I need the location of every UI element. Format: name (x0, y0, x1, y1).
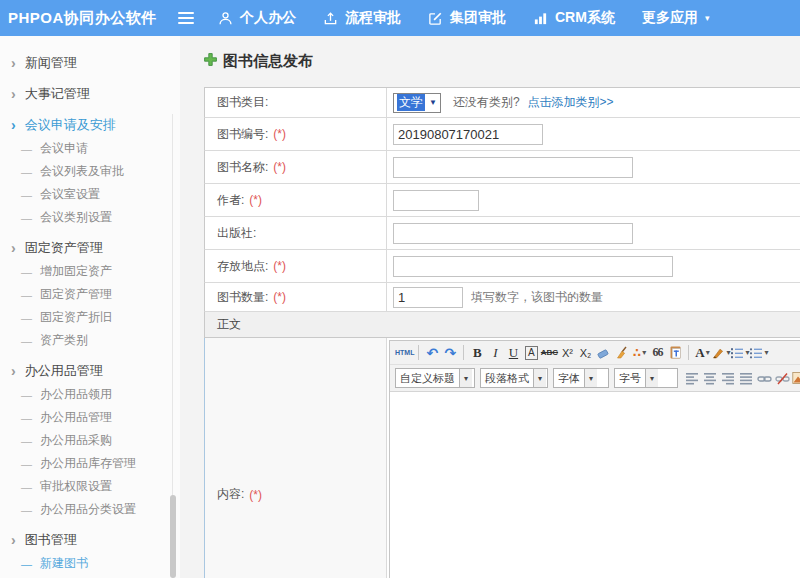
sidebar-item-asset-category[interactable]: — 资产类别 (0, 329, 180, 352)
format-painter-icon[interactable]: ∴▾ (630, 343, 648, 362)
publisher-input[interactable] (393, 223, 633, 244)
form-row-location: 存放地点: (*) (204, 250, 800, 283)
html-source-icon[interactable]: HTML (395, 343, 414, 362)
dash-icon: — (21, 389, 32, 401)
sidebar-item-fixed-asset-manage[interactable]: — 固定资产管理 (0, 283, 180, 306)
dash-icon: — (21, 435, 32, 447)
author-input[interactable] (393, 190, 479, 211)
editor-toolbar-row1: HTML ↶ ↷ B I U A ABC X² X₂ (390, 341, 800, 365)
chevron-right-icon: › (11, 87, 16, 101)
add-category-link[interactable]: 点击添加类别>> (528, 94, 614, 111)
form-row-author: 作者: (*) (204, 184, 800, 217)
ordered-list-icon[interactable]: ▾ (730, 343, 749, 362)
sidebar-item-meeting-list-approval[interactable]: — 会议列表及审批 (0, 160, 180, 183)
sidebar-item-meeting-category-settings[interactable]: — 会议类别设置 (0, 206, 180, 229)
undo-icon[interactable]: ↶ (423, 343, 441, 362)
quantity-input[interactable] (393, 287, 463, 308)
font-color-icon[interactable]: A▾ (693, 343, 711, 362)
book-number-label: 图书编号: (217, 126, 268, 143)
sidebar-item-meeting-room-settings[interactable]: — 会议室设置 (0, 183, 180, 206)
image-icon[interactable] (791, 369, 800, 388)
highlight-color-icon[interactable]: ▾ (711, 343, 730, 362)
paragraph-format-select[interactable]: 段落格式 ▾ (480, 368, 548, 388)
unlink-icon[interactable] (773, 369, 791, 388)
chevron-right-icon: › (11, 56, 16, 70)
chevron-right-icon: › (11, 118, 16, 132)
chevron-right-icon: › (11, 241, 16, 255)
align-left-icon[interactable] (683, 369, 701, 388)
book-name-input[interactable] (393, 157, 633, 178)
plus-icon (204, 52, 217, 70)
sidebar-item-supplies-purchase[interactable]: — 办公用品采购 (0, 429, 180, 452)
book-form: 图书类目: 文学 ▼ 还没有类别? 点击添加类别>> 图书编号: (*) 图书名… (204, 87, 800, 578)
sidebar-item-approval-permission-settings[interactable]: — 审批权限设置 (0, 475, 180, 498)
main-content: 图书信息发布 图书类目: 文学 ▼ 还没有类别? 点击添加类别>> 图书编号: … (180, 36, 800, 578)
nav-process-approval[interactable]: 流程审批 (323, 9, 401, 27)
sidebar-item-supplies-manage[interactable]: — 办公用品管理 (0, 406, 180, 429)
sidebar-item-meeting-apply[interactable]: — 会议申请 (0, 137, 180, 160)
editor-toolbar-row2: 自定义标题 ▾ 段落格式 ▾ 字体 ▾ 字号 ▾ (390, 365, 800, 392)
chevron-right-icon: › (11, 364, 16, 378)
dash-icon: — (21, 412, 32, 424)
sidebar-item-supplies-collect[interactable]: — 办公用品领用 (0, 383, 180, 406)
menu-toggle-icon[interactable] (178, 12, 196, 24)
form-row-publisher: 出版社: (204, 217, 800, 250)
dropdown-caret-icon: ▾ (642, 348, 646, 357)
eraser-icon[interactable] (594, 343, 612, 362)
book-number-input[interactable] (393, 124, 543, 145)
italic-icon[interactable]: I (486, 343, 504, 362)
bar-chart-icon (533, 11, 548, 26)
link-icon[interactable] (755, 369, 773, 388)
sidebar-item-supplies-category-settings[interactable]: — 办公用品分类设置 (0, 498, 180, 521)
sidebar-item-supplies-inventory[interactable]: — 办公用品库存管理 (0, 452, 180, 475)
chevron-right-icon: › (11, 533, 16, 547)
sidebar-group-memorabilia[interactable]: › 大事记管理 (0, 82, 180, 106)
dropdown-caret-icon: ▾ (584, 369, 597, 387)
nav-group-approval[interactable]: 集团审批 (428, 9, 506, 27)
nav-crm-system[interactable]: CRM系统 (533, 9, 615, 27)
dropdown-caret-icon: ▾ (533, 369, 546, 387)
clean-format-icon[interactable] (612, 343, 630, 362)
dropdown-caret-icon: ▾ (764, 348, 768, 357)
dash-icon: — (21, 289, 32, 301)
sidebar-item-new-book[interactable]: — 新建图书 (0, 552, 180, 575)
nav-more-apps[interactable]: 更多应用 ▾ (642, 9, 710, 27)
align-center-icon[interactable] (701, 369, 719, 388)
strikethrough-icon[interactable]: ABC (540, 343, 558, 362)
quantity-label: 图书数量: (217, 289, 268, 306)
sidebar-group-meeting[interactable]: › 会议申请及安排 (0, 113, 180, 137)
font-family-select[interactable]: 字体 ▾ (553, 368, 609, 388)
paste-text-icon[interactable] (666, 343, 684, 362)
dash-icon: — (21, 189, 32, 201)
subscript-icon[interactable]: X₂ (576, 343, 594, 362)
location-input[interactable] (393, 256, 673, 277)
form-row-book-name: 图书名称: (*) (204, 151, 800, 184)
category-label: 图书类目: (217, 94, 268, 111)
sidebar-item-add-fixed-asset[interactable]: — 增加固定资产 (0, 260, 180, 283)
sidebar-scrollbar-thumb[interactable] (170, 495, 176, 578)
form-row-quantity: 图书数量: (*) 填写数字，该图书的数量 (204, 283, 800, 312)
nav-personal-office[interactable]: 个人办公 (218, 9, 296, 27)
sidebar-group-office-supplies[interactable]: › 办公用品管理 (0, 359, 180, 383)
location-label: 存放地点: (217, 258, 268, 275)
unordered-list-icon[interactable]: ▾ (749, 343, 768, 362)
sidebar-group-fixed-assets[interactable]: › 固定资产管理 (0, 236, 180, 260)
align-justify-icon[interactable] (737, 369, 755, 388)
editor-canvas[interactable] (390, 392, 800, 578)
align-right-icon[interactable] (719, 369, 737, 388)
sidebar-group-books[interactable]: › 图书管理 (0, 528, 180, 552)
underline-icon[interactable]: U (504, 343, 522, 362)
required-star: (*) (249, 193, 262, 207)
superscript-icon[interactable]: X² (558, 343, 576, 362)
font-size-select[interactable]: 字号 ▾ (614, 368, 678, 388)
category-select[interactable]: 文学 ▼ (393, 93, 441, 113)
bold-icon[interactable]: B (468, 343, 486, 362)
sidebar-item-fixed-asset-depreciation[interactable]: — 固定资产折旧 (0, 306, 180, 329)
custom-title-select[interactable]: 自定义标题 ▾ (395, 368, 475, 388)
toolbar-separator (688, 345, 689, 360)
sidebar-group-news[interactable]: › 新闻管理 (0, 51, 180, 75)
blockquote-icon[interactable]: 66 (648, 343, 666, 362)
font-border-icon[interactable]: A (522, 343, 540, 362)
required-star: (*) (273, 290, 286, 304)
redo-icon[interactable]: ↷ (441, 343, 459, 362)
